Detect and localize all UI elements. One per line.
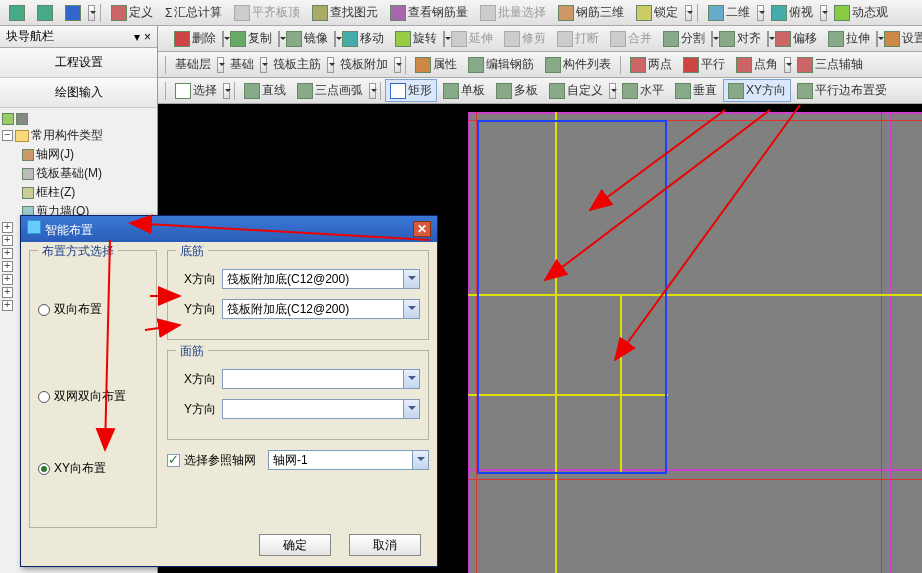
tree-toolbar[interactable] [2,112,155,126]
save-button[interactable] [60,2,86,24]
horiz-button[interactable]: 水平 [617,79,669,102]
tab-project[interactable]: 工程设置 [0,48,157,78]
batch-button[interactable]: 批量选择 [475,1,551,24]
paraedge-button[interactable]: 平行边布置受 [792,79,892,102]
mirror-button[interactable]: 镜像 [281,27,333,50]
two-button[interactable]: 两点 [625,53,677,76]
dynobs-button[interactable]: 动态观 [829,1,893,24]
single-button[interactable]: 单板 [438,79,490,102]
split-button[interactable]: 分割 [658,27,710,50]
dialog-icon [27,220,41,234]
dropdown-arrow[interactable] [88,5,95,21]
align-button[interactable]: 对齐 [714,27,766,50]
2d-button[interactable]: 二维 [703,1,755,24]
tab-draw[interactable]: 绘图输入 [0,78,157,108]
offset-button[interactable]: 偏移 [770,27,822,50]
flatten-button[interactable]: 平齐板顶 [229,1,305,24]
radio-bidir[interactable]: 双向布置 [38,301,148,318]
stretch-button[interactable]: 拉伸 [823,27,875,50]
define-button[interactable]: 定义 [106,1,158,24]
copy-button[interactable]: 复制 [225,27,277,50]
close-icon[interactable]: × [144,30,151,44]
persp-button[interactable]: 俯视 [766,1,818,24]
close-button[interactable]: ✕ [413,221,431,237]
top-rebar-label: 面筋 [176,343,208,360]
smart-place-dialog: 智能布置 ✕ 布置方式选择 双向布置 双网双向布置 XY向布置 底筋 X方向 筏… [20,215,438,567]
pin-icon[interactable]: ▾ [134,30,140,44]
tree-root[interactable]: 常用构件类型 [2,126,155,145]
angle-button[interactable]: 点角 [731,53,783,76]
arc-button[interactable]: 三点画弧 [292,79,368,102]
tree-item-raft[interactable]: 筏板基础(M) [22,164,155,183]
tree-item-grid[interactable]: 轴网(J) [22,145,155,164]
move-button[interactable]: 移动 [337,27,389,50]
prop-button[interactable]: 属性 [410,53,462,76]
aux-button[interactable]: 三点辅轴 [792,53,868,76]
break-button[interactable]: 打断 [552,27,604,50]
ydir-label: Y方向 [176,301,216,318]
bottom-rebar-label: 底筋 [176,243,208,260]
dialog-titlebar[interactable]: 智能布置 ✕ [21,216,437,242]
viewbar-button[interactable]: 查看钢筋量 [385,1,473,24]
redo-button[interactable] [32,2,58,24]
base-combo[interactable]: 基础 [225,53,259,76]
top-y-combo[interactable] [222,399,420,419]
list-button[interactable]: 构件列表 [540,53,616,76]
dropdown-arrow[interactable] [820,5,827,21]
draw-toolbar: 选择 直线 三点画弧 矩形 单板 多板 自定义 水平 垂直 XY方向 平行边布置… [158,78,922,104]
xdir-label: X方向 [176,271,216,288]
mainbar-combo[interactable]: 筏板主筋 [268,53,326,76]
para-button[interactable]: 平行 [678,53,730,76]
lock-button[interactable]: 锁定 [631,1,683,24]
rotate-button[interactable]: 旋转 [390,27,442,50]
ok-button[interactable]: 确定 [259,534,331,556]
addlbar-combo[interactable]: 筏板附加 [335,53,393,76]
xy-button[interactable]: XY方向 [723,79,791,102]
bottom-x-combo[interactable]: 筏板附加底(C12@200) [222,269,420,289]
top-x-combo[interactable] [222,369,420,389]
trim-button[interactable]: 修剪 [499,27,551,50]
settings-button[interactable]: 设置 [879,27,922,50]
line-button[interactable]: 直线 [239,79,291,102]
sum-button[interactable]: Σ汇总计算 [160,1,227,24]
bar3d-button[interactable]: 钢筋三维 [553,1,629,24]
ref-grid-label: 选择参照轴网 [184,452,256,469]
nav-title: 块导航栏 ▾ × [0,26,157,48]
main-toolbar: 定义 Σ汇总计算 平齐板顶 查找图元 查看钢筋量 批量选择 钢筋三维 锁定 二维… [0,0,922,26]
undo-button[interactable] [4,2,30,24]
extend-button[interactable]: 延伸 [446,27,498,50]
select-button[interactable]: 选择 [170,79,222,102]
editbar-button[interactable]: 编辑钢筋 [463,53,539,76]
dropdown-arrow[interactable] [757,5,764,21]
edit-toolbar: 删除 复制 镜像 移动 旋转 延伸 修剪 打断 合并 分割 对齐 偏移 拉伸 设… [158,26,922,52]
find-button[interactable]: 查找图元 [307,1,383,24]
dropdown-arrow[interactable] [685,5,692,21]
ref-grid-check[interactable] [167,454,180,467]
floor-combo[interactable]: 基础层 [170,53,216,76]
ref-grid-combo[interactable]: 轴网-1 [268,450,429,470]
multi-button[interactable]: 多板 [491,79,543,102]
radio-dualnet[interactable]: 双网双向布置 [38,388,148,405]
cancel-button[interactable]: 取消 [349,534,421,556]
vert-button[interactable]: 垂直 [670,79,722,102]
rect-button[interactable]: 矩形 [385,79,437,102]
tree-item-col[interactable]: 框柱(Z) [22,183,155,202]
bottom-y-combo[interactable]: 筏板附加底(C12@200) [222,299,420,319]
custom-button[interactable]: 自定义 [544,79,608,102]
radio-xy[interactable]: XY向布置 [38,460,148,477]
mode-group-label: 布置方式选择 [38,243,118,260]
component-toolbar: 基础层 基础 筏板主筋 筏板附加 属性 编辑钢筋 构件列表 两点 平行 点角 三… [158,52,922,78]
merge-button[interactable]: 合并 [605,27,657,50]
delete-button[interactable]: 删除 [169,27,221,50]
